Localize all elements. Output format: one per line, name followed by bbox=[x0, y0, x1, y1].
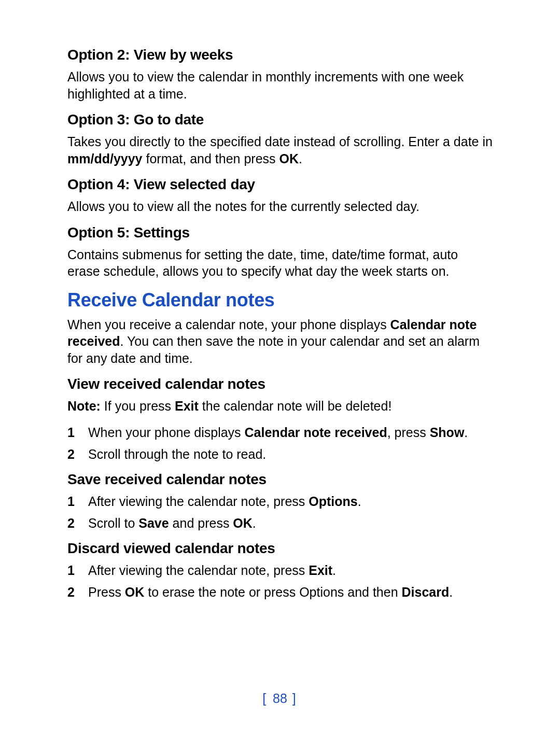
text: After viewing the calendar note, press bbox=[88, 494, 309, 509]
list-text: Press OK to erase the note or press Opti… bbox=[88, 584, 453, 601]
list-item: 1 After viewing the calendar note, press… bbox=[67, 493, 493, 510]
text-bold: Calendar note received bbox=[245, 425, 387, 440]
list-number: 1 bbox=[67, 562, 88, 579]
text: . bbox=[358, 494, 361, 509]
text: . You can then save the note in your cal… bbox=[67, 334, 480, 365]
save-notes-heading: Save received calendar notes bbox=[67, 471, 493, 488]
view-notes-note: Note: If you press Exit the calendar not… bbox=[67, 398, 493, 415]
option4-body: Allows you to view all the notes for the… bbox=[67, 198, 493, 215]
list-number: 1 bbox=[67, 493, 88, 510]
text: Press bbox=[88, 585, 125, 599]
list-item: 2 Scroll to Save and press OK. bbox=[67, 515, 493, 532]
discard-notes-heading: Discard viewed calendar notes bbox=[67, 540, 493, 557]
text: . bbox=[464, 425, 468, 440]
text-bold: mm/dd/yyyy bbox=[67, 151, 143, 166]
text-bold: Save bbox=[138, 516, 169, 530]
page-number: [ 88 ] bbox=[0, 691, 560, 706]
text: format, and then press bbox=[143, 151, 279, 166]
text: . bbox=[299, 151, 302, 166]
receive-heading: Receive Calendar notes bbox=[67, 289, 493, 311]
text-bold: OK bbox=[233, 516, 253, 530]
text: and press bbox=[169, 516, 233, 530]
text-bold: Discard bbox=[402, 585, 450, 599]
list-item: 2 Scroll through the note to read. bbox=[67, 446, 493, 463]
text-bold: Options bbox=[309, 494, 357, 509]
option2-heading: Option 2: View by weeks bbox=[67, 47, 493, 63]
discard-notes-list: 1 After viewing the calendar note, press… bbox=[67, 562, 493, 601]
list-item: 1 When your phone displays Calendar note… bbox=[67, 424, 493, 441]
option3-body: Takes you directly to the specified date… bbox=[67, 133, 493, 167]
list-number: 2 bbox=[67, 584, 88, 601]
text: . bbox=[449, 585, 453, 599]
view-notes-list: 1 When your phone displays Calendar note… bbox=[67, 424, 493, 463]
option2-body: Allows you to view the calendar in month… bbox=[67, 68, 493, 102]
text: the calendar note will be deleted! bbox=[199, 399, 391, 413]
option4-heading: Option 4: View selected day bbox=[67, 176, 493, 193]
list-number: 2 bbox=[67, 515, 88, 532]
text-bold: Exit bbox=[175, 399, 199, 413]
save-notes-list: 1 After viewing the calendar note, press… bbox=[67, 493, 493, 532]
bracket-right: ] bbox=[287, 691, 298, 706]
text: When your phone displays bbox=[88, 425, 245, 440]
list-number: 1 bbox=[67, 424, 88, 441]
text-bold: Show bbox=[430, 425, 465, 440]
option5-body: Contains submenus for setting the date, … bbox=[67, 246, 493, 280]
list-item: 1 After viewing the calendar note, press… bbox=[67, 562, 493, 579]
list-number: 2 bbox=[67, 446, 88, 463]
list-text: After viewing the calendar note, press E… bbox=[88, 562, 336, 579]
list-item: 2 Press OK to erase the note or press Op… bbox=[67, 584, 493, 601]
option5-heading: Option 5: Settings bbox=[67, 224, 493, 241]
text: If you press bbox=[101, 399, 175, 413]
text-bold: Exit bbox=[309, 563, 332, 578]
text-bold: OK bbox=[279, 151, 299, 166]
list-text: Scroll to Save and press OK. bbox=[88, 515, 256, 532]
text: After viewing the calendar note, press bbox=[88, 563, 309, 578]
list-text: When your phone displays Calendar note r… bbox=[88, 424, 468, 441]
text: Scroll to bbox=[88, 516, 138, 530]
text: Takes you directly to the specified date… bbox=[67, 134, 493, 149]
text: to erase the note or press Options and t… bbox=[144, 585, 401, 599]
list-text: After viewing the calendar note, press O… bbox=[88, 493, 361, 510]
text: When you receive a calendar note, your p… bbox=[67, 317, 390, 332]
page-num: 88 bbox=[273, 691, 287, 706]
receive-body: When you receive a calendar note, your p… bbox=[67, 316, 493, 367]
text-bold: OK bbox=[125, 585, 145, 599]
option3-heading: Option 3: Go to date bbox=[67, 111, 493, 128]
text: , press bbox=[387, 425, 430, 440]
text: . bbox=[253, 516, 256, 530]
text-bold: Note: bbox=[67, 399, 101, 413]
view-notes-heading: View received calendar notes bbox=[67, 376, 493, 392]
text: . bbox=[332, 563, 336, 578]
bracket-left: [ bbox=[262, 691, 273, 706]
list-text: Scroll through the note to read. bbox=[88, 446, 266, 463]
